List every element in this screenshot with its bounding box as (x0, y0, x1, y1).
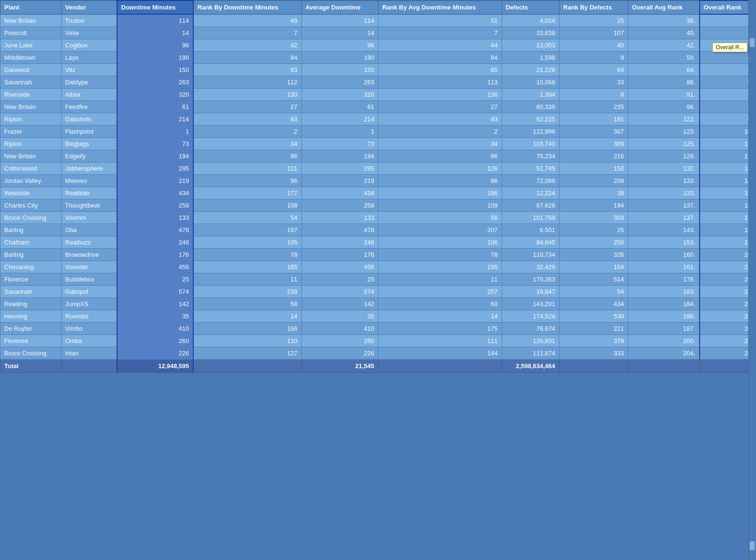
cell-plant: Chesaning (0, 261, 62, 273)
footer-downtime-total: 12,948,595 (117, 360, 193, 373)
cell-overall-avg-rank: 153. (628, 236, 700, 249)
cell-plant: Westside (0, 187, 62, 199)
cell-rank-downtime: 166 (193, 323, 301, 335)
cell-rank-defects: 235 (559, 101, 628, 113)
cell-downtime: 96 (117, 39, 193, 52)
col-rank-by-avg-downtime[interactable]: Rank By Avg Downtime Minutes (378, 0, 502, 14)
cell-rank-avg-downtime: 106 (378, 236, 502, 249)
cell-defects: 67,628 (502, 199, 559, 212)
col-overall-rank[interactable]: Overall Rank (700, 0, 756, 14)
cell-overall-rank: 7 (700, 89, 756, 101)
cell-vendor: Layo (61, 52, 117, 64)
cell-rank-downtime: 121 (193, 163, 301, 175)
cell-avg-downtime: 260 (301, 335, 378, 347)
cell-rank-downtime: 63 (193, 64, 301, 76)
cell-rank-defects: 64 (559, 64, 628, 76)
footer-empty-vendor (61, 360, 117, 373)
cell-overall-avg-rank: 38. (628, 14, 700, 27)
cell-rank-defects: 54 (559, 286, 628, 298)
cell-overall-avg-rank: 132. (628, 163, 700, 175)
cell-overall-avg-rank: 64. (628, 64, 700, 76)
col-plant[interactable]: Plant (0, 0, 62, 14)
cell-plant: Jordan Valley (0, 175, 62, 187)
cell-plant: Henning (0, 310, 62, 323)
cell-rank-avg-downtime: 56 (378, 212, 502, 224)
footer-empty-rank-avg (378, 360, 502, 373)
cell-rank-defects: 309 (559, 138, 628, 150)
cell-vendor: Edgeify (61, 150, 117, 163)
cell-downtime: 114 (117, 14, 193, 27)
cell-plant: Riverside (0, 89, 62, 101)
cell-plant: Prescott (0, 27, 62, 39)
cell-defects: 1,394 (502, 89, 559, 101)
cell-plant: Florence (0, 335, 62, 347)
cell-rank-avg-downtime: 65 (378, 64, 502, 76)
col-rank-by-defects[interactable]: Rank By Defects (559, 0, 628, 14)
cell-overall-avg-rank: 143. (628, 224, 700, 236)
table-row: Bruce CrossingVoomm1335413356101,7593031… (0, 212, 756, 224)
cell-rank-avg-downtime: 60 (378, 298, 502, 310)
cell-avg-downtime: 478 (301, 224, 378, 236)
cell-vendor: Dabshots (61, 113, 117, 126)
cell-downtime: 574 (117, 286, 193, 298)
scrollbar-thumb-up[interactable] (749, 38, 755, 47)
cell-avg-downtime: 219 (301, 175, 378, 187)
footer-empty-overall-rank (700, 360, 756, 373)
cell-rank-downtime: 78 (193, 249, 301, 261)
cell-vendor: Thoughtbeat (61, 199, 117, 212)
cell-downtime: 1 (117, 126, 193, 138)
cell-defects: 21,228 (502, 64, 559, 76)
cell-vendor: Feedfire (61, 101, 117, 113)
cell-vendor: Gabspot (61, 286, 117, 298)
footer-row: Total 12,948,595 21,545 2,598,634,464 (0, 360, 756, 373)
cell-avg-downtime: 320 (301, 89, 378, 101)
cell-overall-rank: 23 (700, 286, 756, 298)
cell-overall-rank: 4 (700, 52, 756, 64)
col-vendor[interactable]: Vendor (61, 0, 117, 14)
cell-overall-rank: 12 (700, 150, 756, 163)
cell-avg-downtime: 190 (301, 52, 378, 64)
scrollbar[interactable] (748, 0, 756, 560)
cell-rank-avg-downtime: 84 (378, 52, 502, 64)
cell-rank-avg-downtime: 86 (378, 150, 502, 163)
scrollbar-thumb-down[interactable] (749, 541, 755, 551)
cell-rank-defects: 40 (559, 39, 628, 52)
cell-overall-avg-rank: 200. (628, 335, 700, 347)
cell-rank-defects: 367 (559, 126, 628, 138)
table-row: New BritainFeedfire6127612780,33923596.8 (0, 101, 756, 113)
cell-rank-defects: 194 (559, 199, 628, 212)
cell-rank-avg-downtime: 27 (378, 101, 502, 113)
table-row: WestsideRealblab43417743418612,22438133.… (0, 187, 756, 199)
table-row: PrescottVinte14714733,83810740.2 (0, 27, 756, 39)
cell-rank-defects: 333 (559, 347, 628, 360)
col-avg-downtime[interactable]: Average Downtime (301, 0, 378, 14)
col-overall-avg-rank[interactable]: Overall Avg Rank (628, 0, 700, 14)
cell-rank-avg-downtime: 96 (378, 175, 502, 187)
cell-avg-downtime: 133 (301, 212, 378, 224)
cell-rank-downtime: 2 (193, 126, 301, 138)
cell-downtime: 61 (117, 101, 193, 113)
cell-rank-downtime: 14 (193, 310, 301, 323)
cell-downtime: 478 (117, 224, 193, 236)
cell-rank-downtime: 42 (193, 39, 301, 52)
col-defects[interactable]: Defects (502, 0, 559, 14)
cell-rank-avg-downtime: 51 (378, 14, 502, 27)
cell-rank-avg-downtime: 113 (378, 76, 502, 89)
cell-rank-downtime: 34 (193, 138, 301, 150)
col-rank-by-downtime[interactable]: Rank By Downtime Minutes (193, 0, 301, 14)
cell-vendor: Meeveo (61, 175, 117, 187)
cell-rank-avg-downtime: 44 (378, 39, 502, 52)
cell-downtime: 73 (117, 138, 193, 150)
cell-overall-rank: 27 (700, 335, 756, 347)
cell-overall-rank: 6 (700, 76, 756, 89)
cell-avg-downtime: 73 (301, 138, 378, 150)
table-row: ReadingJumpXS1425814260143,201434184.24 (0, 298, 756, 310)
cell-rank-defects: 38 (559, 187, 628, 199)
cell-overall-avg-rank: 187. (628, 323, 700, 335)
cell-downtime: 456 (117, 261, 193, 273)
table-row: Jordan ValleyMeeveo219962199672,08920813… (0, 175, 756, 187)
cell-vendor: Oba (61, 224, 117, 236)
col-downtime-minutes[interactable]: Downtime Minutes (117, 0, 193, 14)
cell-overall-avg-rank: 59. (628, 52, 700, 64)
cell-overall-rank: 11 (700, 138, 756, 150)
